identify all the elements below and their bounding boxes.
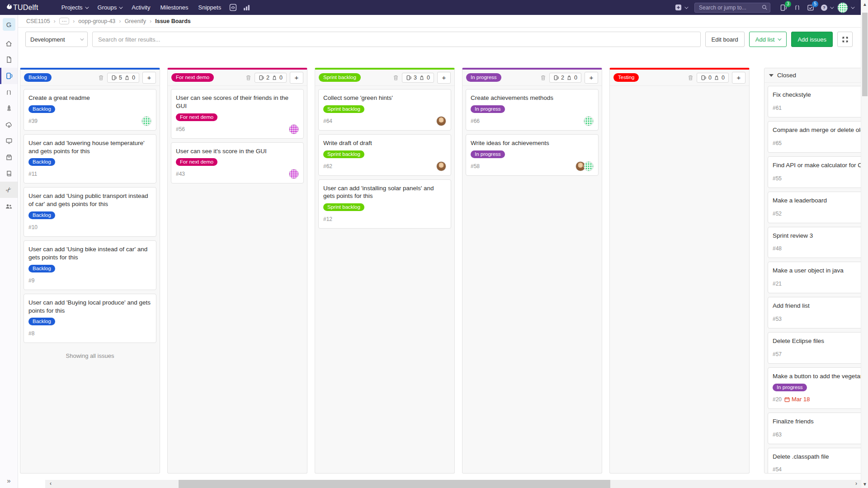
- photo-avatar[interactable]: [436, 116, 446, 126]
- issue-card[interactable]: Find API or make calculator for CO2 #55: [768, 156, 861, 188]
- issue-card[interactable]: User can add 'Using bike instead of car'…: [24, 240, 156, 290]
- issue-card[interactable]: Create a great readme Backlog #39: [24, 89, 156, 131]
- assignee-avatars[interactable]: [143, 116, 151, 126]
- issue-card[interactable]: Add friend list #53: [768, 297, 861, 328]
- breadcrumb-ellipsis-button[interactable]: [59, 18, 69, 24]
- identicon-magenta-avatar[interactable]: [289, 124, 299, 134]
- scroll-down-arrow[interactable]: ▼: [861, 482, 868, 487]
- horizontal-scrollbar[interactable]: ‹ ›: [45, 480, 861, 488]
- scroll-right-arrow[interactable]: ›: [855, 480, 857, 487]
- sidebar-item-cicd[interactable]: [0, 100, 18, 117]
- tudelft-logo[interactable]: TUDelft: [6, 4, 38, 12]
- delete-list-icon[interactable]: [540, 75, 546, 81]
- board-switcher-select[interactable]: Development: [25, 32, 88, 47]
- nav-milestones[interactable]: Milestones: [155, 0, 193, 15]
- add-issue-to-list-button[interactable]: [732, 72, 745, 84]
- sidebar-item-snippets[interactable]: ✂: [0, 182, 18, 198]
- todos-icon[interactable]: 5: [804, 0, 817, 15]
- issue-label[interactable]: Backlog: [28, 158, 55, 166]
- identicon-magenta-avatar[interactable]: [289, 169, 299, 179]
- sidebar-item-repository[interactable]: [0, 52, 18, 68]
- delete-list-icon[interactable]: [245, 75, 251, 81]
- delete-list-icon[interactable]: [688, 75, 693, 81]
- add-list-button[interactable]: Add list: [749, 32, 787, 47]
- assignee-avatars[interactable]: [291, 124, 299, 134]
- issue-card[interactable]: Create achievements methods In progress …: [466, 89, 599, 131]
- issue-title[interactable]: Fix checkstyle: [773, 91, 861, 99]
- sidebar-item-monitor[interactable]: [0, 133, 18, 149]
- help-menu-button[interactable]: ?: [817, 0, 835, 15]
- sidebar-item-overview[interactable]: [0, 35, 18, 52]
- user-menu-button[interactable]: [837, 2, 854, 13]
- vertical-scroll-thumb[interactable]: [862, 13, 868, 96]
- identicon-green-avatar[interactable]: [142, 116, 151, 126]
- filter-input[interactable]: [92, 32, 701, 47]
- issue-title[interactable]: User can see it's score in the GUI: [176, 147, 299, 155]
- issue-card[interactable]: User can see it's score in the GUI For n…: [171, 142, 304, 184]
- issue-card[interactable]: Fix checkstyle #61: [768, 86, 861, 117]
- horizontal-scroll-thumb[interactable]: [179, 480, 610, 488]
- issue-title[interactable]: Create a great readme: [28, 94, 151, 102]
- sidebar-item-operations[interactable]: [0, 117, 18, 133]
- edit-board-button[interactable]: Edit board: [705, 32, 745, 47]
- sidebar-item-wiki[interactable]: [0, 165, 18, 182]
- identicon-green-avatar[interactable]: [584, 116, 594, 126]
- list-label[interactable]: For next demo: [171, 73, 214, 82]
- issue-label[interactable]: In progress: [471, 150, 505, 158]
- issue-card[interactable]: Make a leaderboard #52: [768, 192, 861, 223]
- sidebar-item-packages[interactable]: [0, 149, 18, 165]
- issue-card[interactable]: Delete .classpath file #54: [768, 448, 861, 474]
- dashboard-gauge-icon[interactable]: [226, 0, 240, 15]
- issue-label[interactable]: In progress: [471, 105, 505, 113]
- issue-label[interactable]: Backlog: [28, 105, 55, 113]
- add-issue-to-list-button[interactable]: [142, 72, 156, 84]
- issue-card[interactable]: Compare adn merge or delete old b #65: [768, 121, 861, 153]
- issue-card[interactable]: User can add 'lowering house temperature…: [24, 134, 156, 184]
- assignee-avatars[interactable]: [585, 116, 594, 126]
- issue-card[interactable]: Finalize friends #63: [768, 413, 861, 444]
- issue-card[interactable]: Sprint review 3 #48: [768, 227, 861, 258]
- sidebar-item-merge-requests[interactable]: [0, 84, 18, 100]
- issue-card[interactable]: User can see scores of their friends in …: [171, 89, 304, 139]
- sidebar-item-members[interactable]: [0, 198, 18, 214]
- closed-list-header[interactable]: Closed: [764, 68, 861, 83]
- identicon-green-avatar[interactable]: [584, 161, 594, 171]
- issue-card[interactable]: Delete Eclipse files #57: [768, 332, 861, 364]
- fullscreen-button[interactable]: [837, 32, 853, 47]
- issue-title[interactable]: Create achievements methods: [471, 94, 594, 102]
- delete-list-icon[interactable]: [393, 75, 399, 81]
- issues-icon[interactable]: 3: [777, 0, 790, 15]
- issue-title[interactable]: User can see scores of their friends in …: [176, 94, 299, 110]
- new-menu-button[interactable]: [671, 0, 691, 15]
- issue-title[interactable]: Delete .classpath file: [773, 453, 861, 461]
- sidebar-item-issues[interactable]: [0, 68, 18, 84]
- add-issues-button[interactable]: Add issues: [791, 32, 833, 47]
- issue-label[interactable]: Sprint backlog: [323, 203, 364, 211]
- list-label[interactable]: Backlog: [24, 73, 52, 82]
- project-avatar[interactable]: G: [3, 18, 15, 31]
- issue-title[interactable]: Make a user object in java: [773, 267, 861, 275]
- assignee-avatars[interactable]: [438, 116, 446, 126]
- issue-label[interactable]: Backlog: [28, 265, 55, 272]
- list-label[interactable]: Testing: [613, 73, 639, 82]
- add-issue-to-list-button[interactable]: [290, 72, 303, 84]
- issue-title[interactable]: Add friend list: [773, 302, 861, 310]
- breadcrumb-project[interactable]: Greenify: [125, 18, 146, 24]
- assignee-avatars[interactable]: [577, 161, 594, 171]
- issue-card[interactable]: User can add 'Buying local produce' and …: [24, 294, 156, 343]
- issue-card[interactable]: User can add 'installing solar panels' a…: [318, 179, 451, 229]
- issue-title[interactable]: Finalize friends: [773, 418, 861, 426]
- issue-title[interactable]: Make a leaderboard: [773, 197, 861, 205]
- nav-groups[interactable]: Groups: [93, 0, 127, 15]
- issue-title[interactable]: Write ideas for achievements: [471, 139, 594, 147]
- vertical-scrollbar[interactable]: ▲ ▼: [861, 0, 868, 488]
- issue-card[interactable]: Collect some 'green hints' Sprint backlo…: [318, 89, 451, 131]
- assignee-avatars[interactable]: [291, 169, 299, 179]
- nav-activity[interactable]: Activity: [127, 0, 155, 15]
- list-label[interactable]: Sprint backlog: [319, 73, 361, 82]
- issue-title[interactable]: User can add 'installing solar panels' a…: [323, 184, 446, 201]
- assignee-avatars[interactable]: [438, 161, 446, 171]
- issue-title[interactable]: Sprint review 3: [773, 232, 861, 240]
- issue-title[interactable]: Find API or make calculator for CO2: [773, 161, 861, 169]
- merge-requests-icon[interactable]: [790, 0, 804, 15]
